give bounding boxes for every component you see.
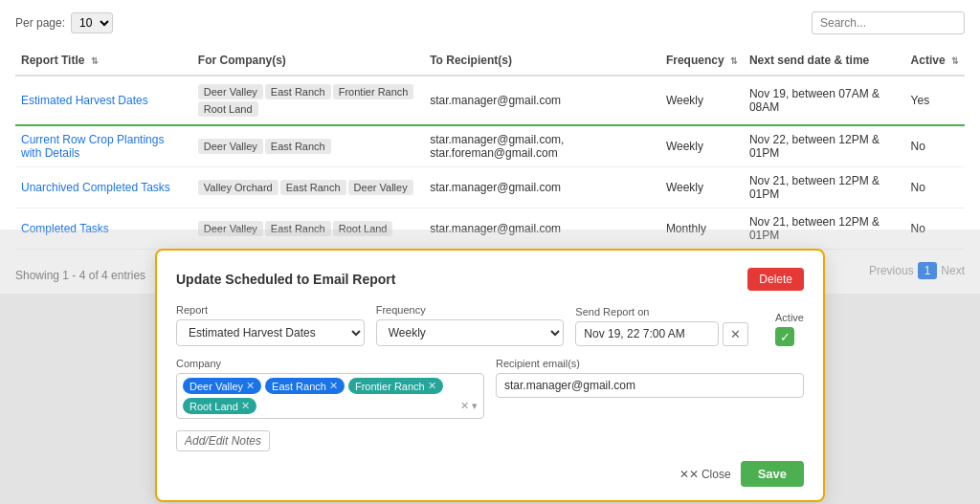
company-tag: Frontier Ranch xyxy=(333,84,414,99)
recipients-cell: star.manager@gmail.com xyxy=(424,76,660,125)
active-cell: No xyxy=(905,167,965,208)
col-next-send: Next send date & time xyxy=(744,46,905,76)
col-frequency[interactable]: Frequency ⇅ xyxy=(660,46,744,76)
active-cell: No xyxy=(905,125,965,167)
col-to-recipients: To Recipient(s) xyxy=(424,46,660,76)
per-page-control: Per page: 10 25 50 xyxy=(15,12,113,33)
search-input[interactable] xyxy=(812,11,965,34)
company-tag: Deer Valley xyxy=(348,180,413,195)
report-title-link[interactable]: Current Row Crop Plantings with Details xyxy=(21,133,164,160)
sort-icon: ⇅ xyxy=(91,56,99,66)
per-page-select[interactable]: 10 25 50 xyxy=(71,12,113,33)
company-tag: Deer Valley xyxy=(198,139,263,154)
modal-title: Update Scheduled to Email Report xyxy=(176,272,395,287)
sort-icon-freq: ⇅ xyxy=(730,56,738,66)
company-tag: East Ranch xyxy=(280,180,346,195)
recipients-cell: star.manager@gmail.com, star.foreman@gma… xyxy=(424,125,660,167)
col-active[interactable]: Active ⇅ xyxy=(905,46,965,76)
next-send-cell: Nov 21, between 12PM & 01PM xyxy=(744,167,905,208)
per-page-label: Per page: xyxy=(15,16,65,30)
next-send-cell: Nov 22, between 12PM & 01PM xyxy=(744,125,905,167)
report-title-link[interactable]: Estimated Harvest Dates xyxy=(21,94,148,107)
company-tag: Deer Valley xyxy=(198,84,263,99)
active-cell: Yes xyxy=(905,76,965,125)
company-tag: East Ranch xyxy=(265,139,331,154)
frequency-cell: Weekly xyxy=(660,125,744,167)
company-cell: Deer ValleyEast Ranch xyxy=(192,125,424,167)
company-tag: Valley Orchard xyxy=(198,180,278,195)
table-row: Current Row Crop Plantings with DetailsD… xyxy=(15,125,965,167)
recipients-cell: star.manager@gmail.com xyxy=(424,167,660,208)
company-tag: Root Land xyxy=(198,101,258,117)
frequency-cell: Weekly xyxy=(660,167,744,208)
reports-table: Report Title ⇅ For Company(s) To Recipie… xyxy=(15,46,965,250)
table-row: Unarchived Completed TasksValley Orchard… xyxy=(15,167,965,208)
sort-icon-active: ⇅ xyxy=(951,56,959,66)
delete-button[interactable]: Delete xyxy=(747,268,804,291)
frequency-cell: Weekly xyxy=(660,76,744,125)
table-row: Estimated Harvest DatesDeer ValleyEast R… xyxy=(15,76,965,125)
company-cell: Deer ValleyEast RanchFrontier RanchRoot … xyxy=(192,76,424,125)
company-tag: East Ranch xyxy=(265,84,331,99)
col-for-companies: For Company(s) xyxy=(192,46,424,76)
report-title-link[interactable]: Unarchived Completed Tasks xyxy=(21,181,170,194)
modal-overlay: Update Scheduled to Email Report Delete … xyxy=(0,230,980,294)
next-send-cell: Nov 19, between 07AM & 08AM xyxy=(744,76,905,125)
col-report-title[interactable]: Report Title ⇅ xyxy=(15,46,192,76)
update-modal: Update Scheduled to Email Report Delete … xyxy=(155,249,825,294)
company-cell: Valley OrchardEast RanchDeer Valley xyxy=(192,167,424,208)
